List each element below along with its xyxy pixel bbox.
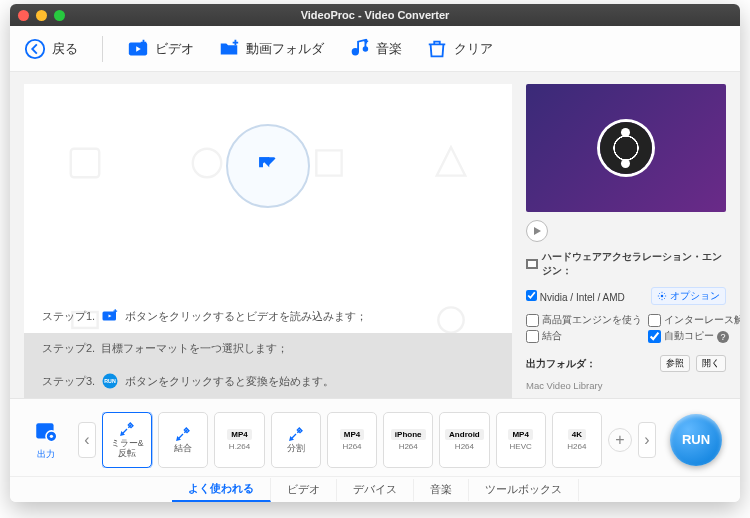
output-label: 出力 bbox=[37, 448, 55, 461]
format-item[interactable]: MP4H264 bbox=[327, 412, 377, 468]
gpu-checkbox[interactable]: Nvidia / Intel / AMD bbox=[526, 290, 625, 303]
category-tabs: よく使われるビデオデバイス音楽ツールボックス bbox=[10, 476, 740, 502]
step2-prefix: ステップ2. bbox=[42, 341, 95, 356]
output-gear-icon bbox=[33, 419, 59, 445]
folder-plus-icon bbox=[218, 38, 240, 60]
autocopy-checkbox[interactable]: 自動コピー ? bbox=[648, 330, 740, 343]
browse-button[interactable]: 参照 bbox=[660, 355, 690, 372]
titlebar: VideoProc - Video Converter bbox=[10, 4, 740, 26]
options-label: オプション bbox=[670, 289, 720, 303]
add-format-button[interactable]: + bbox=[608, 428, 632, 452]
step1-prefix: ステップ1. bbox=[42, 309, 95, 324]
add-folder-button[interactable]: 動画フォルダ bbox=[218, 38, 324, 60]
run-button[interactable]: RUN bbox=[670, 414, 722, 466]
tool-icon bbox=[175, 426, 191, 442]
format-title: 分割 bbox=[287, 444, 305, 453]
play-icon bbox=[532, 226, 542, 236]
folder-label: 動画フォルダ bbox=[246, 40, 324, 58]
category-tab[interactable]: よく使われる bbox=[172, 478, 271, 502]
format-item[interactable]: MP4H.264 bbox=[214, 412, 264, 468]
deinterlace-checkbox[interactable]: インターレース解除 bbox=[648, 314, 740, 327]
format-badge: iPhone bbox=[391, 429, 426, 440]
scroll-left-button[interactable]: ‹ bbox=[78, 422, 96, 458]
category-tab[interactable]: ツールボックス bbox=[469, 479, 579, 501]
format-badge: MP4 bbox=[508, 429, 532, 440]
svg-point-14 bbox=[50, 434, 53, 437]
video-plus-icon bbox=[101, 307, 119, 325]
step-2: ステップ2. 目標フォーマットを一つ選択します； bbox=[24, 333, 512, 364]
step2-text: 目標フォーマットを一つ選択します； bbox=[101, 341, 288, 356]
drop-circle[interactable] bbox=[226, 124, 310, 208]
category-tab[interactable]: ビデオ bbox=[271, 479, 337, 501]
format-sub: H264 bbox=[567, 442, 586, 451]
step-3: ステップ3. RUN ボタンをクリックすると変換を始めます。 bbox=[24, 364, 512, 398]
music-label: 音楽 bbox=[376, 40, 402, 58]
add-music-button[interactable]: 音楽 bbox=[348, 38, 402, 60]
category-tab[interactable]: デバイス bbox=[337, 479, 414, 501]
format-item[interactable]: ミラー&反転 bbox=[102, 412, 152, 468]
hw-accel-title: ハードウェアアクセラレーション・エンジン： bbox=[526, 250, 726, 278]
tool-icon bbox=[119, 421, 135, 437]
format-item[interactable]: MP4HEVC bbox=[496, 412, 546, 468]
format-badge: MP4 bbox=[340, 429, 364, 440]
format-item[interactable]: 結合 bbox=[158, 412, 208, 468]
format-item[interactable]: AndroidH264 bbox=[439, 412, 489, 468]
format-sub: HEVC bbox=[510, 442, 532, 451]
scroll-right-button[interactable]: › bbox=[638, 422, 656, 458]
output-path: Mac Video Library bbox=[526, 380, 726, 391]
svg-point-0 bbox=[26, 39, 44, 57]
trash-icon bbox=[426, 38, 448, 60]
play-button[interactable] bbox=[526, 220, 548, 242]
svg-point-5 bbox=[193, 148, 222, 177]
gpu-label: Nvidia / Intel / AMD bbox=[540, 292, 625, 303]
format-list: ミラー&反転結合MP4H.264分割MP4H264iPhoneH264Andro… bbox=[102, 412, 602, 468]
svg-point-11 bbox=[661, 295, 664, 298]
output-profile-button[interactable]: 出力 bbox=[20, 419, 72, 461]
join-checkbox[interactable]: 結合 bbox=[526, 330, 642, 343]
category-tab[interactable]: 音楽 bbox=[414, 479, 469, 501]
format-badge: Android bbox=[445, 429, 484, 440]
back-label: 戻る bbox=[52, 40, 78, 58]
window-title: VideoProc - Video Converter bbox=[10, 9, 740, 21]
music-plus-icon bbox=[348, 38, 370, 60]
drop-zone[interactable]: ステップ1. ボタンをクリックするとビデオを読み込みます； ステップ2. 目標フ… bbox=[24, 84, 512, 398]
tool-icon bbox=[288, 426, 304, 442]
step1-suffix: ボタンをクリックするとビデオを読み込みます； bbox=[125, 309, 367, 324]
add-video-button[interactable]: ビデオ bbox=[127, 38, 194, 60]
format-item[interactable]: 分割 bbox=[271, 412, 321, 468]
format-sub: H264 bbox=[455, 442, 474, 451]
output-folder-label: 出力フォルダ： bbox=[526, 357, 596, 371]
step-1: ステップ1. ボタンをクリックするとビデオを読み込みます； bbox=[24, 299, 512, 333]
svg-text:RUN: RUN bbox=[105, 378, 117, 384]
format-badge: 4K bbox=[568, 429, 586, 440]
svg-rect-4 bbox=[71, 148, 100, 177]
cpu-icon bbox=[526, 259, 538, 269]
open-button[interactable]: 開く bbox=[696, 355, 726, 372]
format-title: 結合 bbox=[174, 444, 192, 453]
step3-suffix: ボタンをクリックすると変換を始めます。 bbox=[125, 374, 334, 389]
svg-point-3 bbox=[363, 46, 369, 52]
format-badge: MP4 bbox=[227, 429, 251, 440]
hq-engine-checkbox[interactable]: 高品質エンジンを使う bbox=[526, 314, 642, 327]
gear-icon bbox=[657, 291, 667, 301]
format-sub: H264 bbox=[342, 442, 361, 451]
help-icon[interactable]: ? bbox=[717, 331, 729, 343]
back-button[interactable]: 戻る bbox=[24, 38, 78, 60]
run-icon: RUN bbox=[101, 372, 119, 390]
back-icon bbox=[24, 38, 46, 60]
format-item[interactable]: 4KH264 bbox=[552, 412, 602, 468]
clear-label: クリア bbox=[454, 40, 493, 58]
divider bbox=[102, 36, 103, 62]
preview-pane bbox=[526, 84, 726, 212]
step3-prefix: ステップ3. bbox=[42, 374, 95, 389]
svg-point-2 bbox=[353, 49, 359, 55]
upload-arrow-icon bbox=[253, 151, 283, 181]
format-title: ミラー&反転 bbox=[111, 439, 144, 458]
toolbar: 戻る ビデオ 動画フォルダ 音楽 クリア bbox=[10, 26, 740, 72]
video-label: ビデオ bbox=[155, 40, 194, 58]
options-button[interactable]: オプション bbox=[651, 287, 726, 305]
format-item[interactable]: iPhoneH264 bbox=[383, 412, 433, 468]
video-plus-icon bbox=[127, 38, 149, 60]
clear-button[interactable]: クリア bbox=[426, 38, 493, 60]
format-sub: H.264 bbox=[229, 442, 250, 451]
